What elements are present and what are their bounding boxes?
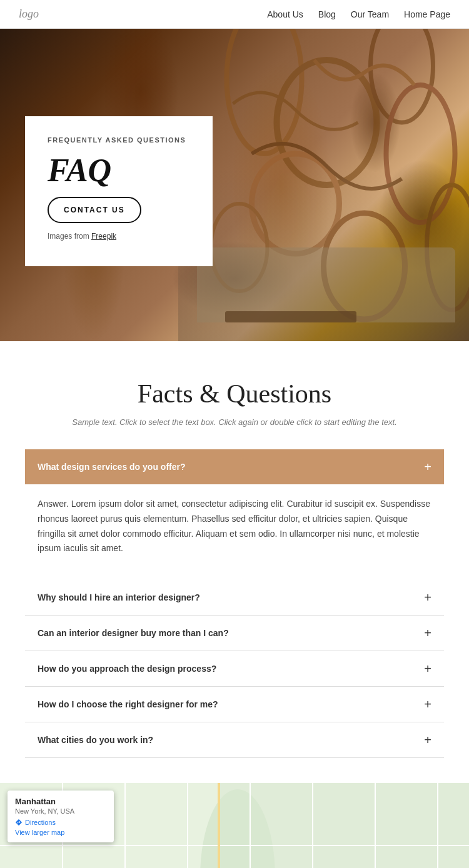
faq-item-2[interactable]: How do you approach the design process? … <box>25 651 444 687</box>
freepik-link[interactable]: Freepik <box>91 232 116 241</box>
faq-question-text-2: How do you approach the design process? <box>38 664 216 674</box>
svg-point-2 <box>371 29 433 122</box>
faq-question-3[interactable]: How do I choose the right designer for m… <box>25 687 444 722</box>
faq-question-text-active: What design services do you offer? <box>38 462 186 472</box>
faq-question-text-1: Can an interior designer buy more than I… <box>38 628 229 638</box>
contact-us-button[interactable]: CONTACT US <box>48 197 141 223</box>
view-larger-map-link[interactable]: View larger map <box>15 829 106 836</box>
map-section: MANHATTAN BRONX New Jersey New York BROO… <box>0 783 469 868</box>
faq-plus-icon-active: + <box>424 461 431 473</box>
nav-item-home[interactable]: Home Page <box>404 9 450 20</box>
faq-question-active[interactable]: What design services do you offer? + <box>25 449 444 484</box>
map-directions-button[interactable]: Directions <box>15 819 106 826</box>
faq-item-4[interactable]: What cities do you work in? + <box>25 722 444 758</box>
nav-item-about[interactable]: About Us <box>267 9 303 20</box>
nav-link-about[interactable]: About Us <box>267 9 303 19</box>
map-popup-title: Manhattan <box>15 797 106 806</box>
hero-images-note: Images from Freepik <box>48 232 190 241</box>
faq-question-1[interactable]: Can an interior designer buy more than I… <box>25 616 444 651</box>
faq-item-0[interactable]: Why should I hire an interior designer? … <box>25 580 444 616</box>
faq-question-text-0: Why should I hire an interior designer? <box>38 592 200 602</box>
hero-section: FREQUENTLY ASKED QUESTIONS FAQ CONTACT U… <box>0 29 469 341</box>
faq-plus-icon-3: + <box>424 698 431 711</box>
directions-icon <box>15 819 23 826</box>
nav-links: About Us Blog Our Team Home Page <box>267 9 450 20</box>
faq-section-subtitle: Sample text. Click to select the text bo… <box>19 417 450 427</box>
nav-item-team[interactable]: Our Team <box>351 9 389 20</box>
faq-question-text-3: How do I choose the right designer for m… <box>38 699 218 709</box>
logo: logo <box>19 7 39 21</box>
nav-item-blog[interactable]: Blog <box>318 9 336 20</box>
directions-label: Directions <box>25 819 56 826</box>
map-popup-address: New York, NY, USA <box>15 807 106 815</box>
faq-question-4[interactable]: What cities do you work in? + <box>25 722 444 757</box>
hero-table <box>225 311 356 322</box>
faq-section: Facts & Questions Sample text. Click to … <box>0 341 469 783</box>
faq-plus-icon-4: + <box>424 734 431 746</box>
hero-title: FAQ <box>48 152 190 188</box>
faq-question-text-4: What cities do you work in? <box>38 735 153 745</box>
hero-card: FREQUENTLY ASKED QUESTIONS FAQ CONTACT U… <box>25 116 213 266</box>
faq-item-1[interactable]: Can an interior designer buy more than I… <box>25 616 444 651</box>
nav-link-home[interactable]: Home Page <box>404 9 450 19</box>
nav-link-team[interactable]: Our Team <box>351 9 389 19</box>
map-popup: Manhattan New York, NY, USA Directions V… <box>8 791 114 842</box>
faq-item-3[interactable]: How do I choose the right designer for m… <box>25 687 444 722</box>
faq-answer-active: Answer. Lorem ipsum dolor sit amet, cons… <box>25 484 444 574</box>
nav-link-blog[interactable]: Blog <box>318 9 336 19</box>
navbar: logo About Us Blog Our Team Home Page <box>0 0 469 29</box>
faq-question-2[interactable]: How do you approach the design process? … <box>25 651 444 686</box>
faq-plus-icon-0: + <box>424 591 431 604</box>
faq-item-active[interactable]: What design services do you offer? + <box>25 449 444 484</box>
faq-plus-icon-1: + <box>424 627 431 639</box>
hero-subtitle: FREQUENTLY ASKED QUESTIONS <box>48 136 190 144</box>
faq-question-0[interactable]: Why should I hire an interior designer? … <box>25 580 444 615</box>
faq-section-title: Facts & Questions <box>19 379 450 409</box>
faq-plus-icon-2: + <box>424 662 431 675</box>
